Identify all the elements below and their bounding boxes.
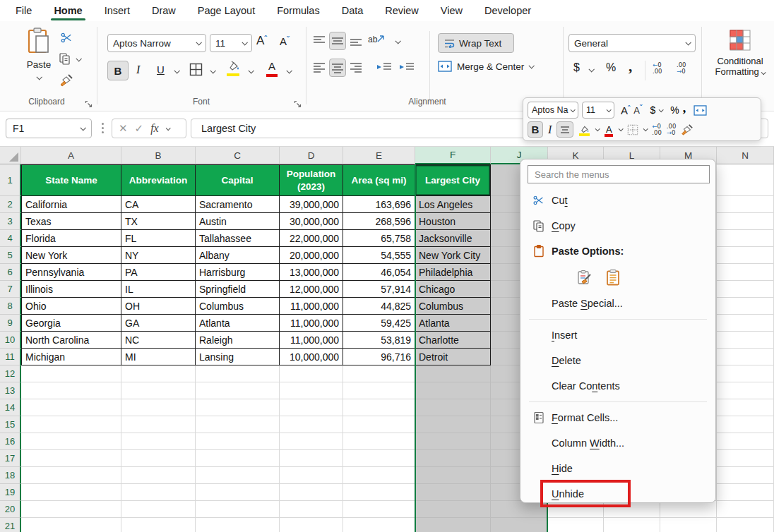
decrease-font-size-button[interactable]: Aˇ bbox=[280, 35, 290, 47]
cell-C6[interactable]: Harrisburg bbox=[196, 264, 280, 281]
cell-C20[interactable] bbox=[196, 501, 280, 518]
cell-F15[interactable] bbox=[415, 416, 491, 433]
menu-item-hide[interactable]: Hide bbox=[520, 456, 715, 481]
cell-F18[interactable] bbox=[415, 467, 491, 484]
cell-B9[interactable]: GA bbox=[121, 315, 196, 332]
cell-M21[interactable] bbox=[660, 518, 717, 532]
clipboard-dialog-launcher-icon[interactable] bbox=[85, 98, 93, 111]
comma-style-button[interactable]: , bbox=[629, 58, 632, 75]
cell-E7[interactable]: 57,914 bbox=[343, 281, 415, 298]
merge-center-button[interactable]: Merge & Center bbox=[438, 61, 533, 72]
mini-decrease-font-button[interactable]: Aˇ bbox=[633, 105, 642, 116]
cell-D3[interactable]: 30,000,000 bbox=[280, 213, 343, 230]
cell-N20[interactable] bbox=[717, 501, 774, 518]
borders-dropdown-chevron[interactable] bbox=[210, 68, 215, 73]
menu-search-input[interactable] bbox=[528, 165, 710, 183]
row-header-5[interactable]: 5 bbox=[0, 247, 21, 264]
cell-F13[interactable] bbox=[415, 382, 491, 399]
cell-E4[interactable]: 65,758 bbox=[343, 230, 415, 247]
cell-C10[interactable]: Raleigh bbox=[196, 332, 280, 349]
cell-F3[interactable]: Houston bbox=[415, 213, 491, 230]
cell-N17[interactable] bbox=[717, 450, 774, 467]
cell-N16[interactable] bbox=[717, 433, 774, 450]
cell-N13[interactable] bbox=[717, 382, 774, 399]
cell-A11[interactable]: Michigan bbox=[21, 349, 121, 365]
cancel-icon[interactable]: ✕ bbox=[119, 122, 128, 135]
cell-A6[interactable]: Pennsylvania bbox=[21, 264, 121, 281]
decrease-indent-button[interactable] bbox=[376, 61, 392, 75]
column-header-C[interactable]: C bbox=[196, 147, 280, 164]
align-middle-button[interactable] bbox=[329, 32, 346, 50]
menu-item-format-cells[interactable]: Format Cells... bbox=[520, 405, 715, 430]
mini-increase-font-button[interactable]: Aˆ bbox=[621, 104, 630, 116]
insert-function-icon[interactable]: fx bbox=[150, 122, 159, 135]
row-header-9[interactable]: 9 bbox=[0, 315, 21, 332]
row-header-16[interactable]: 16 bbox=[0, 433, 21, 450]
conditional-formatting-button[interactable]: Conditional Formatting bbox=[712, 30, 768, 77]
fill-color-dropdown-chevron[interactable] bbox=[248, 68, 254, 73]
row-header-11[interactable]: 11 bbox=[0, 349, 21, 365]
mini-percent-button[interactable]: % bbox=[670, 104, 679, 116]
row-header-2[interactable]: 2 bbox=[0, 196, 21, 213]
fill-color-button[interactable] bbox=[226, 61, 240, 76]
cell-A14[interactable] bbox=[21, 399, 121, 416]
font-color-dropdown-chevron[interactable] bbox=[286, 68, 292, 73]
cell-F12[interactable] bbox=[415, 365, 491, 382]
align-center-button[interactable] bbox=[329, 59, 346, 77]
ribbon-tab-insert[interactable]: Insert bbox=[103, 2, 131, 19]
cell-A8[interactable]: Ohio bbox=[21, 298, 121, 315]
cell-E9[interactable]: 59,425 bbox=[343, 315, 415, 332]
cell-A17[interactable] bbox=[21, 450, 121, 467]
cell-E6[interactable]: 46,054 bbox=[343, 264, 415, 281]
mini-format-painter-icon[interactable] bbox=[681, 123, 693, 136]
cell-C8[interactable]: Columbus bbox=[196, 298, 280, 315]
cell-D18[interactable] bbox=[280, 467, 343, 484]
cell-A20[interactable] bbox=[21, 501, 121, 518]
cell-E3[interactable]: 268,596 bbox=[343, 213, 415, 230]
align-bottom-button[interactable] bbox=[350, 35, 362, 52]
column-header-N[interactable]: N bbox=[717, 147, 774, 164]
cell-D6[interactable]: 13,000,000 bbox=[280, 264, 343, 281]
cell-F11[interactable]: Detroit bbox=[415, 349, 491, 365]
borders-button[interactable] bbox=[189, 63, 203, 79]
paste-formatting-option-button[interactable] bbox=[576, 268, 594, 286]
column-header-A[interactable]: A bbox=[21, 147, 121, 164]
ribbon-tab-formulas[interactable]: Formulas bbox=[275, 2, 321, 19]
cell-C18[interactable] bbox=[196, 467, 280, 484]
cell-N6[interactable] bbox=[717, 264, 774, 281]
cell-C16[interactable] bbox=[196, 433, 280, 450]
cell-A9[interactable]: Georgia bbox=[21, 315, 121, 332]
formula-bar-drag-handle[interactable] bbox=[102, 123, 104, 133]
underline-dropdown-chevron[interactable] bbox=[174, 68, 179, 73]
cell-B3[interactable]: TX bbox=[121, 213, 196, 230]
cell-E12[interactable] bbox=[343, 365, 415, 382]
cell-D21[interactable] bbox=[280, 518, 343, 532]
cell-D9[interactable]: 11,000,000 bbox=[280, 315, 343, 332]
wrap-text-button[interactable]: Wrap Text bbox=[438, 33, 514, 53]
cell-B8[interactable]: OH bbox=[121, 298, 196, 315]
cell-C21[interactable] bbox=[196, 518, 280, 532]
italic-button[interactable]: I bbox=[136, 64, 140, 76]
mini-align-center-button[interactable] bbox=[556, 121, 573, 138]
cell-A21[interactable] bbox=[21, 518, 121, 532]
cell-N11[interactable] bbox=[717, 349, 774, 365]
orientation-button[interactable]: ab bbox=[368, 34, 386, 44]
column-header-D[interactable]: D bbox=[280, 147, 343, 164]
cell-D19[interactable] bbox=[280, 484, 343, 501]
cell-A12[interactable] bbox=[21, 365, 121, 382]
row-header-20[interactable]: 20 bbox=[0, 501, 21, 518]
ribbon-tab-review[interactable]: Review bbox=[383, 2, 420, 19]
cell-N14[interactable] bbox=[717, 399, 774, 416]
row-header-3[interactable]: 3 bbox=[0, 213, 21, 230]
cell-N21[interactable] bbox=[717, 518, 774, 532]
mini-accounting-chevron[interactable] bbox=[659, 107, 664, 112]
cell-N10[interactable] bbox=[717, 332, 774, 349]
cell-C9[interactable]: Atlanta bbox=[196, 315, 280, 332]
mini-borders-icon[interactable] bbox=[627, 124, 638, 135]
cell-N15[interactable] bbox=[717, 416, 774, 433]
cell-B16[interactable] bbox=[121, 433, 196, 450]
cell-C5[interactable]: Albany bbox=[196, 247, 280, 264]
cell-L21[interactable] bbox=[604, 518, 660, 532]
mini-font-size-combo[interactable]: 11 bbox=[582, 102, 614, 119]
underline-button[interactable]: U bbox=[157, 64, 165, 75]
